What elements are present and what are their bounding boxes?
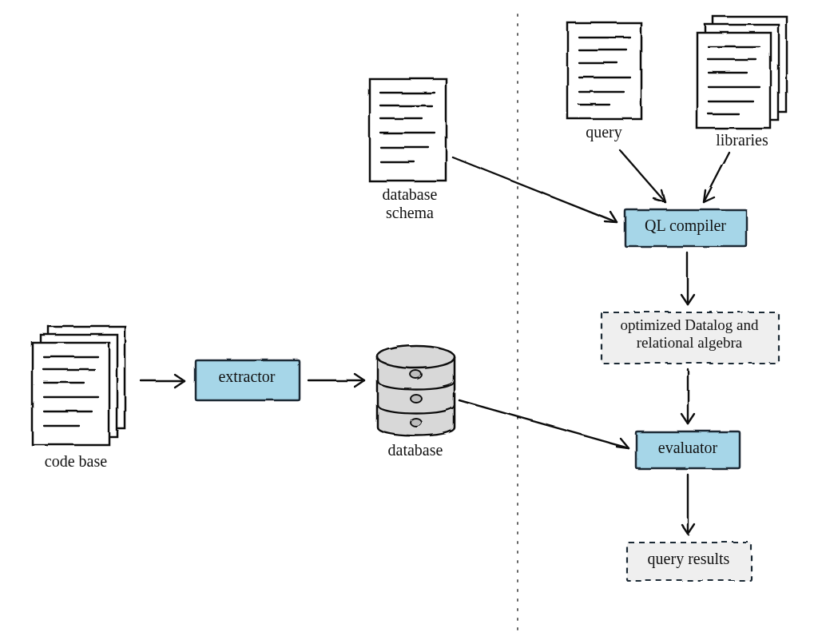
svg-point-34 (410, 394, 421, 402)
ql-compiler-box (625, 209, 746, 246)
query-label: query (564, 123, 644, 141)
query-results-box (626, 542, 751, 580)
database-icon (377, 345, 454, 435)
diagram-canvas: { "nodes": { "code_base": { "label": "co… (0, 0, 818, 644)
database-schema-icon (369, 78, 446, 181)
arrow-qlcompiler-optimized (681, 252, 693, 304)
arrow-extractor-database (308, 374, 364, 387)
svg-line-41 (703, 152, 729, 201)
arrow-query-qlcompiler (620, 150, 665, 201)
svg-point-33 (410, 370, 421, 378)
database-label: database (369, 441, 462, 459)
code-base-label: code base (24, 452, 128, 471)
optimized-box (601, 312, 778, 363)
svg-point-32 (377, 345, 454, 368)
svg-point-35 (410, 418, 421, 426)
arrow-database-evaluator (459, 400, 628, 447)
arrow-libraries-qlcompiler (703, 152, 729, 201)
query-icon (567, 22, 641, 118)
arrow-evaluator-results (681, 475, 694, 534)
libraries-icon (697, 16, 786, 128)
svg-rect-9 (369, 78, 446, 181)
svg-rect-2 (32, 342, 109, 444)
libraries-label: libraries (698, 131, 786, 149)
evaluator-box (636, 431, 740, 468)
arrow-codebase-extractor (141, 374, 184, 387)
code-base-icon (32, 326, 125, 444)
arrow-schema-qlcompiler (452, 157, 617, 222)
svg-line-38 (459, 400, 628, 447)
extractor-box (195, 360, 299, 400)
database-schema-label: database schema (358, 185, 462, 222)
svg-line-40 (620, 150, 665, 201)
arrow-optimized-evaluator (681, 369, 694, 423)
svg-line-39 (452, 157, 617, 222)
